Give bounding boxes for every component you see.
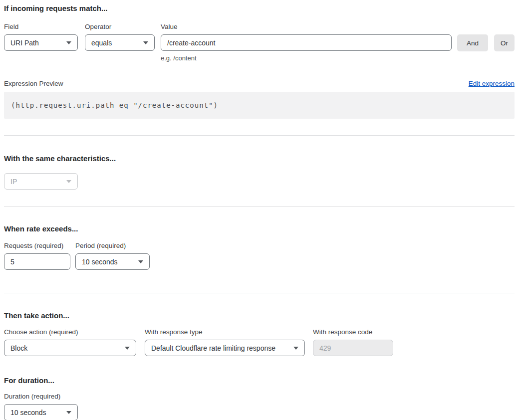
expression-text: (http.request.uri.path eq "/create-accou… (11, 101, 218, 109)
section-divider (4, 206, 515, 207)
value-label: Value (161, 23, 452, 30)
edit-expression-link[interactable]: Edit expression (469, 80, 515, 87)
characteristics-row: IP (4, 173, 515, 190)
section-divider (4, 135, 515, 136)
section-title-match: If incoming requests match... (4, 4, 515, 13)
characteristic-select: IP (4, 173, 78, 190)
or-button[interactable]: Or (494, 34, 515, 51)
field-label: Field (4, 23, 78, 30)
period-select-value: 10 seconds (82, 258, 118, 266)
choose-action-select-value: Block (10, 344, 27, 352)
chevron-down-icon (138, 260, 143, 263)
chevron-down-icon (143, 41, 148, 44)
section-divider (4, 293, 515, 293)
chevron-down-icon (125, 347, 130, 350)
and-button[interactable]: And (457, 34, 488, 51)
choose-action-label: Choose action (required) (4, 328, 136, 336)
field-select-value: URI Path (10, 39, 39, 47)
chevron-down-icon (293, 347, 298, 350)
action-row: Choose action (required) Block With resp… (4, 328, 515, 356)
value-hint: e.g. /content (161, 54, 452, 62)
section-title-rate: When rate exceeds... (4, 224, 515, 233)
requests-input[interactable] (4, 253, 70, 270)
duration-row: Duration (required) 10 seconds (4, 393, 515, 420)
expression-preview-box: (http.request.uri.path eq "/create-accou… (4, 92, 515, 119)
duration-select[interactable]: 10 seconds (4, 404, 78, 420)
expression-preview-label: Expression Preview (4, 80, 63, 87)
duration-select-value: 10 seconds (10, 409, 46, 417)
expression-preview-header: Expression Preview Edit expression (4, 80, 515, 87)
value-input[interactable] (161, 34, 452, 51)
duration-label: Duration (required) (4, 393, 78, 400)
match-fields-row: Field URI Path Operator equals Value e.g… (4, 23, 515, 62)
response-code-input (313, 340, 393, 356)
rate-row: Requests (required) Period (required) 10… (4, 242, 515, 270)
section-title-duration: For duration... (4, 376, 515, 385)
chevron-down-icon (66, 411, 71, 414)
operator-select-value: equals (91, 39, 112, 47)
response-type-select[interactable]: Default Cloudflare rate limiting respons… (145, 340, 305, 356)
response-type-label: With response type (145, 328, 305, 336)
operator-label: Operator (85, 23, 155, 30)
chevron-down-icon (66, 41, 71, 44)
response-type-select-value: Default Cloudflare rate limiting respons… (151, 344, 275, 352)
response-code-label: With response code (313, 328, 393, 336)
requests-label: Requests (required) (4, 242, 70, 249)
choose-action-select[interactable]: Block (4, 340, 136, 356)
section-title-action: Then take action... (4, 311, 515, 320)
rate-limiting-rule-form: If incoming requests match... Field URI … (0, 0, 523, 420)
period-select[interactable]: 10 seconds (75, 253, 150, 270)
period-label: Period (required) (75, 242, 150, 249)
field-select[interactable]: URI Path (4, 34, 78, 51)
chevron-down-icon (66, 180, 71, 183)
characteristic-select-value: IP (10, 178, 17, 186)
section-title-characteristics: With the same characteristics... (4, 154, 515, 163)
operator-select[interactable]: equals (85, 34, 155, 51)
